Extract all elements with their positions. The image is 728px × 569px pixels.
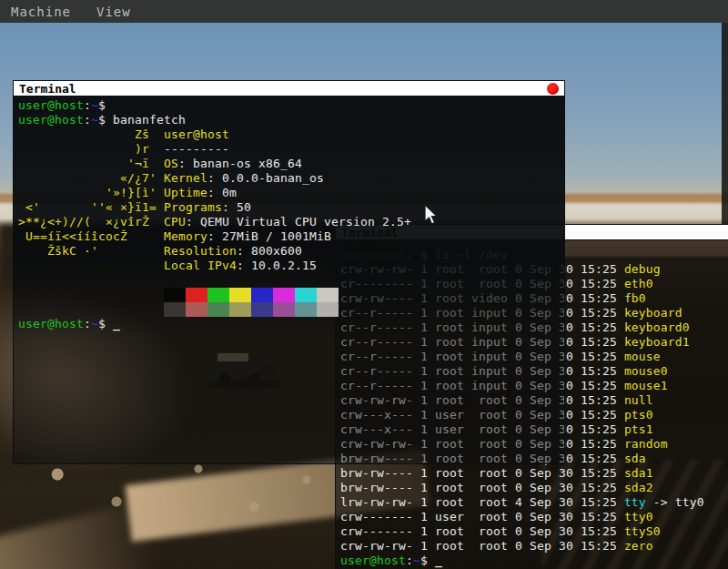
bananfetch-info: user@host --------- OS: banan-os x86_64 … xyxy=(164,127,411,273)
wallpaper-sand-corner xyxy=(0,501,162,569)
terminal1-prompt-line-1: user@host:~$ xyxy=(18,98,564,113)
terminal-window-front[interactable]: Terminal user@host:~$ user@host:~$ banan… xyxy=(13,80,565,464)
palette-swatch xyxy=(251,302,273,317)
palette-swatch xyxy=(295,288,317,302)
fetch-header: user@host xyxy=(164,127,411,142)
ansi-color-palette xyxy=(164,288,339,317)
ls-row: brw-rw---- 1 root root 0 Sep 30 15:25 sd… xyxy=(340,481,728,495)
palette-swatch xyxy=(207,302,229,317)
terminal2-prompt-line: user@host:~$ _ xyxy=(340,554,728,568)
palette-swatch xyxy=(207,288,229,302)
palette-swatch xyxy=(273,302,295,317)
palette-row-bright xyxy=(164,302,339,317)
vm-menu-bar: Machine View xyxy=(0,0,728,23)
menu-item-machine[interactable]: Machine xyxy=(11,5,71,19)
palette-swatch xyxy=(317,288,339,302)
fetch-field-programs: Programs: 50 xyxy=(164,200,411,215)
fetch-field-cpu: CPU: QEMU Virtual CPU version 2.5+ xyxy=(164,215,411,229)
palette-swatch xyxy=(164,302,186,317)
fetch-field-os: OS: banan-os x86_64 xyxy=(164,157,411,171)
text-cursor: _ xyxy=(113,317,120,330)
fetch-divider: --------- xyxy=(164,142,411,157)
terminal1-command-line: user@host:~$ bananfetch xyxy=(18,113,564,127)
bananfetch-ascii-art: Zš )r '¬ï «/¿7' '»!}[ì' <' ''« ×}ï1= >**… xyxy=(18,127,157,259)
menu-item-view[interactable]: View xyxy=(96,5,131,19)
palette-swatch xyxy=(229,302,251,317)
palette-swatch xyxy=(186,288,207,302)
fetch-field-memory: Memory: 27MiB / 1001MiB xyxy=(164,229,411,244)
palette-swatch xyxy=(317,302,339,317)
terminal1-content[interactable]: user@host:~$ user@host:~$ bananfetch Zš … xyxy=(14,97,564,463)
ls-row: crw------- 1 user root 0 Sep 30 15:25 tt… xyxy=(340,510,728,524)
screen: { "colors": { "accent_green": "#1ec41e",… xyxy=(0,0,728,569)
text-cursor: _ xyxy=(435,554,442,567)
wallpaper-right-edge-shadow xyxy=(722,23,728,232)
terminal1-prompt-line-2: user@host:~$ _ xyxy=(18,317,120,331)
palette-row-normal xyxy=(164,288,339,302)
close-button-icon[interactable] xyxy=(547,83,559,95)
palette-swatch xyxy=(164,288,186,302)
palette-swatch xyxy=(273,288,295,302)
ls-row: brw-rw---- 1 root root 0 Sep 30 15:25 sd… xyxy=(340,466,728,481)
palette-swatch xyxy=(251,288,273,302)
palette-swatch xyxy=(186,302,207,317)
terminal1-titlebar[interactable]: Terminal xyxy=(14,81,564,97)
fetch-field-resolution: Resolution: 800x600 xyxy=(164,244,411,259)
ls-row: crw------- 1 root root 0 Sep 30 15:25 tt… xyxy=(340,524,728,539)
fetch-field-uptime: Uptime: 0m xyxy=(164,186,411,200)
fetch-field-kernel: Kernel: 0.0.0-banan_os xyxy=(164,171,411,186)
fetch-field-ipv4: Local IPv4: 10.0.2.15 xyxy=(164,259,411,273)
ls-row: crw-rw-rw- 1 root root 0 Sep 30 15:25 ze… xyxy=(340,539,728,554)
palette-swatch xyxy=(295,302,317,317)
palette-swatch xyxy=(229,288,251,302)
ls-row-symlink: lrw-rw-rw- 1 root root 4 Sep 30 15:25 tt… xyxy=(340,495,728,510)
terminal1-title: Terminal xyxy=(19,81,76,97)
